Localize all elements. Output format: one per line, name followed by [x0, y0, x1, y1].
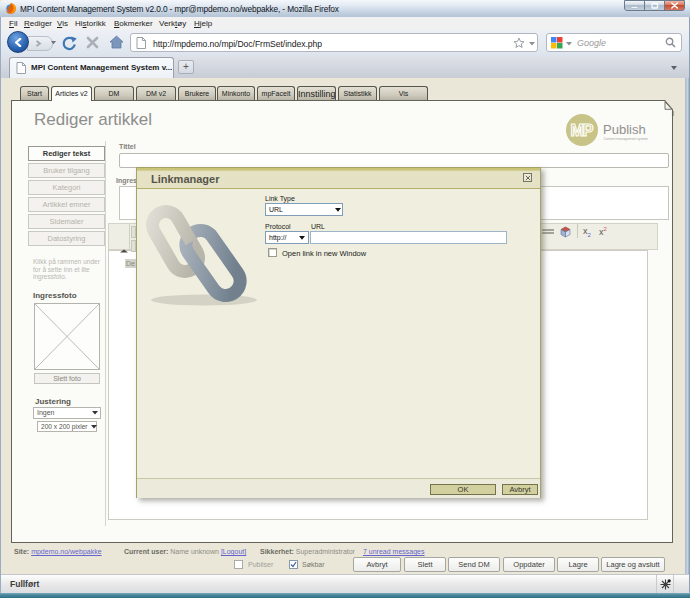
svg-text:Content management system: Content management system	[604, 137, 648, 141]
svg-text:MP: MP	[571, 122, 594, 139]
svg-text:Publish: Publish	[603, 122, 646, 137]
